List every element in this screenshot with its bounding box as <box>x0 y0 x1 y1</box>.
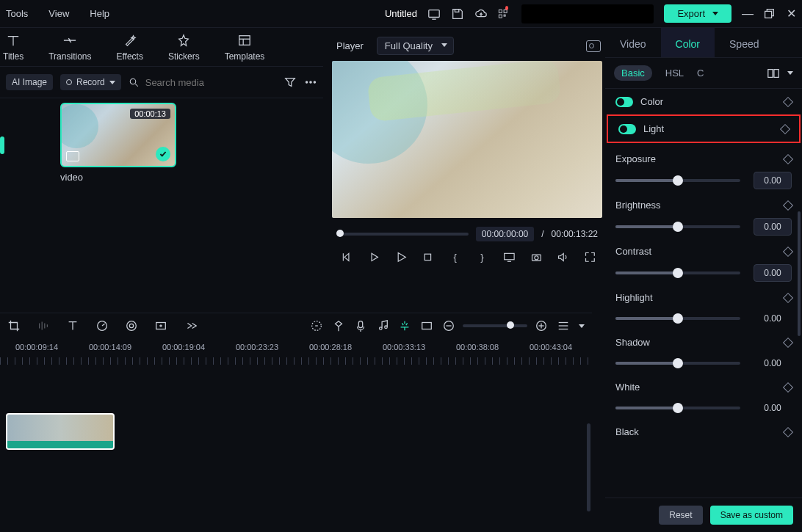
mark-out-icon[interactable]: } <box>476 250 488 263</box>
quality-select[interactable]: Full Quality <box>377 37 454 55</box>
menu-help[interactable]: Help <box>90 8 109 19</box>
record-button[interactable]: Record <box>60 74 121 90</box>
chevron-down-icon[interactable] <box>787 71 793 75</box>
keyframe-icon[interactable] <box>783 382 793 392</box>
user-area[interactable] <box>521 4 654 23</box>
more-tools-icon[interactable] <box>184 319 197 332</box>
shadow-slider[interactable] <box>615 362 740 365</box>
highlight-slider[interactable] <box>615 317 740 320</box>
menu-tools[interactable]: Tools <box>6 8 28 19</box>
step-back-icon[interactable] <box>341 250 353 263</box>
camera-icon[interactable] <box>530 250 543 263</box>
ratio-icon[interactable] <box>420 319 433 332</box>
subtab-c[interactable]: C <box>697 68 704 79</box>
exposure-slider[interactable] <box>615 179 740 182</box>
tool-stickers[interactable]: Stickers <box>168 34 200 62</box>
contrast-slider[interactable] <box>615 272 740 274</box>
play-clip-icon[interactable] <box>368 250 380 263</box>
crop-icon[interactable] <box>7 319 21 332</box>
panel-scrollbar[interactable] <box>798 211 801 336</box>
section-light[interactable]: Light <box>607 114 801 143</box>
video-preview[interactable] <box>332 61 602 218</box>
cloud-upload-icon[interactable] <box>474 7 488 21</box>
fullscreen-icon[interactable] <box>584 250 596 263</box>
tab-video[interactable]: Video <box>605 28 661 57</box>
used-check-icon <box>156 147 170 161</box>
timeline-clip[interactable] <box>6 413 115 450</box>
tab-color[interactable]: Color <box>661 28 715 57</box>
toggle-light[interactable] <box>618 124 636 134</box>
title-bar: Tools View Help Untitled Export — ✕ <box>0 0 802 28</box>
exposure-value[interactable]: 0.00 <box>754 172 792 189</box>
text-icon[interactable] <box>66 319 79 332</box>
keyframe-add-icon[interactable] <box>154 319 167 332</box>
tab-speed[interactable]: Speed <box>715 28 773 57</box>
brightness-value[interactable]: 0.00 <box>754 218 792 236</box>
shadow-value[interactable]: 0.00 <box>754 355 792 371</box>
keyframe-icon[interactable] <box>783 426 793 437</box>
svg-point-26 <box>129 324 133 327</box>
save-icon[interactable] <box>451 7 464 21</box>
volume-icon[interactable] <box>557 250 569 263</box>
menu-view[interactable]: View <box>48 8 69 19</box>
reset-button[interactable]: Reset <box>659 506 702 525</box>
keyframe-icon[interactable] <box>783 246 793 256</box>
snapshot-icon[interactable] <box>586 40 601 52</box>
display-mode-icon[interactable] <box>427 7 441 21</box>
tool-transitions[interactable]: Transitions <box>48 34 91 62</box>
restore-icon[interactable] <box>762 7 776 21</box>
save-custom-button[interactable]: Save as custom <box>710 506 793 525</box>
compare-icon[interactable] <box>767 67 780 80</box>
mic-icon[interactable] <box>354 319 367 332</box>
zoom-out-icon[interactable] <box>442 319 455 332</box>
timeline-ruler[interactable]: 00:00:09:14 00:00:14:09 00:00:19:04 00:0… <box>0 338 592 365</box>
more-icon[interactable] <box>304 76 317 89</box>
filter-icon[interactable] <box>283 76 297 89</box>
tool-effects[interactable]: Effects <box>116 34 142 62</box>
keyframe-icon[interactable] <box>783 292 793 302</box>
play-icon[interactable] <box>395 250 408 263</box>
speed-icon[interactable] <box>95 319 109 332</box>
subtab-basic[interactable]: Basic <box>614 65 652 81</box>
seek-bar[interactable] <box>336 233 469 236</box>
ai-image-button[interactable]: AI Image <box>6 74 53 90</box>
export-button[interactable]: Export <box>664 4 731 23</box>
slider-exposure: Exposure 0.00 <box>615 153 792 189</box>
display-output-icon[interactable] <box>503 250 516 263</box>
stop-icon[interactable] <box>422 250 434 263</box>
zoom-in-icon[interactable] <box>535 319 548 332</box>
slider-white: White 0.00 <box>615 382 792 416</box>
clip-marker-icon[interactable] <box>310 319 323 332</box>
qr-icon[interactable] <box>498 7 511 21</box>
brightness-slider[interactable] <box>615 225 740 228</box>
toggle-color[interactable] <box>615 97 633 107</box>
tool-templates[interactable]: Templates <box>225 34 265 62</box>
chevron-down-icon[interactable] <box>579 324 585 328</box>
contrast-value[interactable]: 0.00 <box>754 264 792 282</box>
white-value[interactable]: 0.00 <box>754 400 792 416</box>
highlight-value[interactable]: 0.00 <box>754 310 792 327</box>
color-match-icon[interactable] <box>125 319 138 332</box>
mark-in-icon[interactable]: { <box>449 250 461 263</box>
keyframe-icon[interactable] <box>783 153 793 164</box>
magnet-icon[interactable] <box>398 319 411 332</box>
minimize-icon[interactable]: — <box>742 7 752 21</box>
music-icon[interactable] <box>376 319 389 332</box>
label-shadow: Shadow <box>615 337 650 348</box>
keyframe-icon[interactable] <box>783 337 793 347</box>
close-icon[interactable]: ✕ <box>786 7 796 21</box>
keyframe-icon[interactable] <box>780 123 790 134</box>
timeline-scrollbar[interactable] <box>587 423 590 511</box>
tool-titles[interactable]: Titles <box>3 34 24 62</box>
flag-icon[interactable] <box>332 319 345 332</box>
section-color[interactable]: Color <box>605 89 802 114</box>
media-thumbnail[interactable]: 00:00:13 <box>60 103 176 167</box>
svg-rect-22 <box>768 69 773 77</box>
keyframe-icon[interactable] <box>783 200 793 210</box>
keyframe-icon[interactable] <box>783 96 793 106</box>
search-input[interactable] <box>145 77 263 88</box>
zoom-slider[interactable] <box>463 324 527 327</box>
track-header-icon[interactable] <box>557 319 570 332</box>
white-slider[interactable] <box>615 407 740 409</box>
subtab-hsl[interactable]: HSL <box>665 68 684 79</box>
